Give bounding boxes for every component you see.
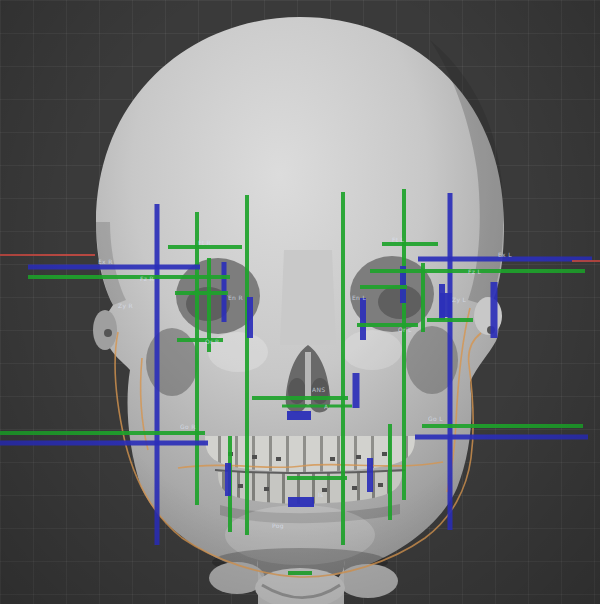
landmark-label: Fz R — [140, 275, 154, 282]
landmark-axis-vertical-green — [195, 212, 199, 505]
landmark-axis-horizontal-green — [252, 396, 348, 400]
landmark-axis-horizontal-green — [382, 242, 438, 246]
cervical-vertebrae — [209, 548, 398, 604]
landmark-axis-vertical-blue — [367, 458, 373, 492]
landmark-label: Is — [318, 491, 324, 498]
cheek-highlight-right — [342, 330, 402, 370]
landmark-label: Ex L — [498, 251, 512, 258]
skull-render-canvas[interactable]: Ft REx RFz REn RZy ROr RFt LEx LFz LEn L… — [0, 0, 600, 604]
landmark-axis-vertical-blue — [491, 282, 498, 338]
landmark-label: En L — [352, 294, 366, 301]
landmark-axis-vertical-blue — [353, 373, 360, 408]
landmark-label: Go L — [428, 415, 443, 422]
landmark-axis-horizontal-green — [288, 571, 312, 575]
landmark-axis-vertical-blue — [360, 298, 366, 340]
landmark-label: Or R — [205, 338, 219, 345]
landmark-marker — [288, 497, 314, 507]
landmark-marker — [440, 293, 452, 317]
landmark-axis-horizontal-green — [28, 275, 230, 279]
ct-3d-viewport[interactable]: Ft REx RFz REn RZy ROr RFt LEx LFz LEn L… — [0, 0, 600, 604]
ear-left — [93, 310, 117, 350]
landmark-axis-horizontal-green — [282, 405, 352, 408]
nostril-left — [288, 378, 306, 404]
landmark-marker — [287, 411, 311, 420]
landmark-label: Zy R — [118, 302, 133, 310]
landmark-axis-vertical-blue — [155, 204, 160, 545]
landmark-label: ANS — [312, 386, 325, 393]
landmark-label: Fz L — [468, 268, 481, 275]
landmark-axis-horizontal-blue — [28, 265, 200, 270]
landmark-axis-horizontal-green — [0, 431, 205, 435]
landmark-axis-horizontal-green — [175, 291, 228, 295]
landmark-axis-horizontal-blue — [0, 441, 208, 446]
landmark-axis-horizontal-red — [572, 260, 600, 262]
nasal-bridge — [280, 250, 336, 345]
landmark-axis-vertical-green — [341, 192, 345, 545]
landmark-label: Ft L — [392, 236, 405, 243]
landmark-label: Ex R — [98, 258, 113, 265]
landmark-axis-horizontal-green — [422, 424, 583, 428]
landmark-label: A — [324, 403, 329, 410]
ear-canal-left — [104, 329, 112, 337]
landmark-axis-horizontal-red — [0, 254, 95, 256]
landmark-axis-vertical-blue — [225, 463, 231, 496]
landmark-label: Zy L — [452, 296, 466, 304]
landmark-label: Ft R — [198, 239, 211, 246]
landmark-axis-vertical-green — [388, 424, 392, 520]
landmark-axis-vertical-blue — [247, 297, 253, 338]
landmark-axis-vertical-blue — [448, 193, 453, 530]
landmark-label: Or L — [398, 326, 412, 333]
landmark-axis-horizontal-green — [360, 285, 407, 289]
landmark-axis-vertical-green — [421, 263, 425, 332]
landmark-label: Pog — [272, 522, 284, 530]
landmark-axis-horizontal-blue — [415, 435, 588, 440]
landmark-axis-horizontal-green — [427, 318, 473, 322]
landmark-axis-horizontal-green — [287, 476, 347, 480]
landmark-axis-vertical-green — [245, 195, 249, 535]
landmark-label: En R — [228, 294, 243, 301]
landmark-label: Go R — [180, 423, 196, 430]
